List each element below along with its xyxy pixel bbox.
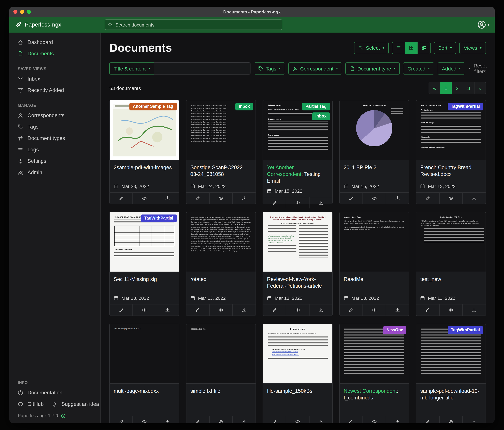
select-button[interactable]: Select ▾ <box>354 42 388 54</box>
document-type-filter-button[interactable]: Document type ▾ <box>346 62 400 75</box>
document-title[interactable]: rotated <box>186 272 255 284</box>
download-document-button[interactable] <box>462 416 486 423</box>
document-card[interactable]: TagWithPartialsample-pdf-download-10-mb-… <box>416 324 486 423</box>
download-document-button[interactable] <box>386 304 409 316</box>
edit-document-button[interactable] <box>340 193 362 204</box>
download-document-button[interactable] <box>309 304 332 316</box>
document-thumbnail[interactable]: Patient BP Distribution 2011 <box>340 100 409 160</box>
download-document-button[interactable] <box>232 304 255 316</box>
list-view-button[interactable] <box>392 42 405 54</box>
search-input[interactable] <box>115 22 279 27</box>
document-title[interactable]: Sonstige ScanPC2022 03-24_081058 <box>186 160 255 179</box>
edit-document-button[interactable] <box>263 304 286 316</box>
document-title[interactable]: ReadMe <box>340 272 409 284</box>
view-document-button[interactable] <box>362 304 386 316</box>
document-card[interactable]: Review of New York Federal Petitions for… <box>262 212 333 316</box>
sidebar-item-tags[interactable]: Tags <box>9 121 100 133</box>
app-brand[interactable]: Paperless-ngx <box>15 21 105 28</box>
document-card[interactable]: InboxThis is a test for the double space… <box>186 100 256 204</box>
download-document-button[interactable] <box>156 416 179 423</box>
view-document-button[interactable] <box>133 416 156 423</box>
user-menu-button[interactable]: ▾ <box>477 20 489 29</box>
tag-badge[interactable]: Partial Tag <box>302 103 330 111</box>
filter-text-input[interactable] <box>154 62 251 75</box>
grid-view-button[interactable] <box>405 42 418 54</box>
sidebar-item-admin[interactable]: Admin <box>9 167 100 178</box>
edit-document-button[interactable] <box>263 416 286 423</box>
document-correspondent[interactable]: Yet Another Correspondent <box>267 165 301 177</box>
download-document-button[interactable] <box>462 193 486 204</box>
document-thumbnail[interactable]: Contact Sheet DemoGiven a set of image f… <box>340 212 409 272</box>
document-title[interactable]: simple txt file <box>186 384 255 396</box>
document-thumbnail[interactable]: the text that appears on the first page.… <box>186 212 255 272</box>
sidebar-item-correspondents[interactable]: Correspondents <box>9 110 100 121</box>
document-card[interactable]: This is a test file.simple txt file <box>186 324 256 423</box>
pagination-page-1[interactable]: 1 <box>440 82 452 94</box>
edit-document-button[interactable] <box>340 304 362 316</box>
view-document-button[interactable] <box>286 197 309 209</box>
tag-badge[interactable]: Inbox <box>235 103 253 111</box>
edit-document-button[interactable] <box>110 304 133 316</box>
view-document-button[interactable] <box>362 416 386 423</box>
download-document-button[interactable] <box>386 193 409 204</box>
added-filter-button[interactable]: Added ▾ <box>437 62 465 75</box>
correspondent-filter-button[interactable]: Correspondent ▾ <box>288 62 342 75</box>
views-button[interactable]: Views ▾ <box>459 42 486 54</box>
document-title[interactable]: test_new <box>416 272 486 284</box>
document-card[interactable]: TagWithPartialFrench Country BreadFor th… <box>416 100 486 204</box>
download-document-button[interactable] <box>309 197 332 209</box>
sidebar-item-recently-added[interactable]: Recently Added <box>9 84 100 96</box>
document-card[interactable]: Adobe Acrobat PDF FilesAdobe® Portable D… <box>416 212 486 316</box>
tag-badge[interactable]: TagWithPartial <box>141 215 177 222</box>
document-title[interactable]: Newest Correspondent: f_combineds <box>340 384 409 403</box>
edit-document-button[interactable] <box>416 416 439 423</box>
document-correspondent[interactable]: Newest Correspondent <box>344 388 397 394</box>
edit-document-button[interactable] <box>110 193 133 204</box>
download-document-button[interactable] <box>232 193 255 204</box>
document-thumbnail[interactable]: This is a multi page document. Page 1. <box>110 324 179 384</box>
pagination-page-3[interactable]: 3 <box>463 82 475 94</box>
detail-view-button[interactable] <box>417 42 430 54</box>
sidebar-item-inbox[interactable]: Inbox <box>9 73 100 84</box>
document-card[interactable]: Lorem ipsumLorem ipsum dolor sit amet, c… <box>262 324 333 423</box>
sidebar-item-suggest-an-idea[interactable]: Suggest an idea <box>48 398 101 410</box>
pagination-prev-button[interactable]: « <box>429 82 440 94</box>
download-document-button[interactable] <box>232 416 255 423</box>
view-document-button[interactable] <box>209 416 232 423</box>
view-document-button[interactable] <box>209 304 232 316</box>
document-title[interactable]: French Country Bread Revised.docx <box>416 160 486 179</box>
view-document-button[interactable] <box>209 193 232 204</box>
download-document-button[interactable] <box>309 416 332 423</box>
view-document-button[interactable] <box>133 304 156 316</box>
tag-badge[interactable]: TagWithPartial <box>448 326 483 334</box>
document-title[interactable]: 2011 BP Pie 2 <box>340 160 409 172</box>
view-document-button[interactable] <box>362 193 386 204</box>
tags-filter-button[interactable]: Tags ▾ <box>254 62 285 75</box>
document-card[interactable]: Partial TagInboxRelease NotesSimba ODBC … <box>262 100 333 204</box>
download-document-button[interactable] <box>156 193 179 204</box>
fullscreen-window-button[interactable] <box>27 10 31 14</box>
sidebar-item-logs[interactable]: Logs <box>9 144 100 155</box>
edit-document-button[interactable] <box>186 416 209 423</box>
document-card[interactable]: Contact Sheet DemoGiven a set of image f… <box>339 212 409 316</box>
view-document-button[interactable] <box>439 304 462 316</box>
title-content-dropdown-button[interactable]: Title & content ▾ <box>109 62 154 75</box>
sidebar-item-documents[interactable]: Documents <box>9 48 100 59</box>
document-thumbnail[interactable]: This is a test file. <box>186 324 255 384</box>
tag-badge[interactable]: Inbox <box>312 112 330 120</box>
edit-document-button[interactable] <box>416 304 439 316</box>
minimize-window-button[interactable] <box>20 10 24 14</box>
edit-document-button[interactable] <box>186 193 209 204</box>
document-card[interactable]: This is a multi page document. Page 1.mu… <box>109 324 179 423</box>
download-document-button[interactable] <box>156 304 179 316</box>
edit-document-button[interactable] <box>340 416 362 423</box>
document-title[interactable]: Review-of-New-York-Federal-Petitions-art… <box>263 272 332 291</box>
pagination-page-2[interactable]: 2 <box>451 82 463 94</box>
document-thumbnail[interactable]: Review of New York Federal Petitions for… <box>263 212 332 272</box>
document-card[interactable]: TagWithPartial11. CONTINUING MEDICAL EDU… <box>109 212 179 316</box>
sidebar-item-documentation[interactable]: Documentation <box>9 387 100 398</box>
document-thumbnail[interactable]: Adobe Acrobat PDF FilesAdobe® Portable D… <box>416 212 486 272</box>
pagination-next-button[interactable]: » <box>474 82 486 94</box>
sidebar-item-github[interactable]: GitHub <box>9 398 48 410</box>
download-document-button[interactable] <box>386 416 409 423</box>
